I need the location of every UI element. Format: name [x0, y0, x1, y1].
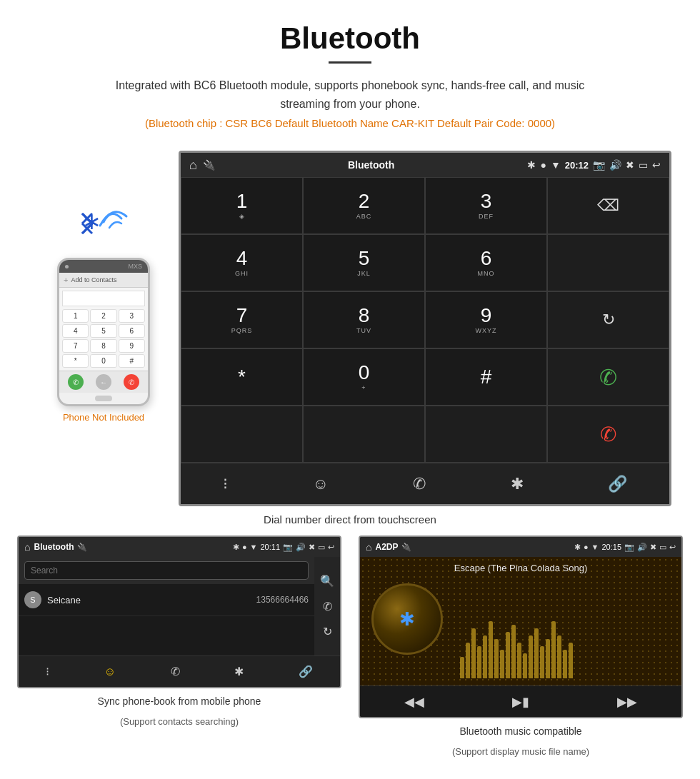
music-controls: ◀◀ ▶▮ ▶▶ — [360, 685, 681, 717]
dp-cell-empty-r5c1 — [181, 406, 303, 463]
pb-back-icon[interactable]: ↩ — [328, 543, 334, 552]
visualizer-bar — [477, 646, 481, 678]
pb-nav-person[interactable]: ☺ — [104, 665, 116, 678]
music-bt-icon: ✱ — [574, 543, 581, 552]
dp-cell-backspace[interactable]: ⌫ — [547, 177, 669, 234]
music-wifi-icon: ▼ — [591, 543, 599, 551]
dp-key-9[interactable]: 9 WXYZ — [425, 291, 547, 348]
music-next-icon[interactable]: ▶▶ — [617, 694, 637, 710]
pb-nav-grid[interactable]: ⁝ — [46, 665, 49, 678]
pb-content-area: S Seicane 13566664466 🔍 ✆ ↻ — [19, 557, 340, 655]
dp-sub-0: + — [361, 384, 366, 391]
cs-status-bar: ⌂ 🔌 Bluetooth ✱ ● ▼ 20:12 📷 🔊 ✖ ▭ ↩ — [181, 153, 669, 177]
chip-info: (Bluetooth chip : CSR BC6 Default Blueto… — [14, 117, 686, 129]
dp-key-7[interactable]: 7 PQRS — [181, 291, 303, 348]
pb-contact-avatar: S — [24, 591, 41, 608]
phone-call-btn[interactable]: ✆ — [68, 374, 84, 390]
phone-end-btn[interactable]: ✆ — [124, 374, 139, 390]
cs-camera-icon[interactable]: 📷 — [593, 159, 605, 171]
dp-cell-empty-r5c3 — [425, 406, 547, 463]
key-8[interactable]: 8 — [90, 339, 116, 353]
music-camera-icon[interactable]: 📷 — [624, 543, 634, 552]
music-play-pause-icon[interactable]: ▶▮ — [512, 694, 529, 710]
pb-contact-row[interactable]: S Seicane 13566664466 — [19, 584, 314, 616]
dp-cell-call-green[interactable]: ✆ — [547, 348, 669, 406]
dp-key-4[interactable]: 4 GHI — [181, 234, 303, 291]
music-prev-icon[interactable]: ◀◀ — [404, 694, 424, 710]
pb-nav-bar: ⁝ ☺ ✆ ✱ 🔗 — [19, 655, 340, 687]
music-volume-icon[interactable]: 🔊 — [637, 543, 647, 552]
dp-cell-reload[interactable]: ↻ — [547, 291, 669, 348]
pb-reload-side-icon[interactable]: ↻ — [323, 625, 332, 638]
nav-phone-icon[interactable]: ✆ — [401, 469, 437, 499]
music-caption-sub: (Support display music file name) — [452, 745, 589, 759]
pb-nav-link[interactable]: 🔗 — [299, 665, 313, 678]
key-3[interactable]: 3 — [119, 309, 145, 323]
pb-camera-icon[interactable]: 📷 — [283, 543, 293, 552]
phonebook-screen: ⌂ Bluetooth 🔌 ✱ ● ▼ 20:11 📷 🔊 ✖ ▭ ↩ — [17, 536, 341, 688]
dp-key-3[interactable]: 3 DEF — [425, 177, 547, 234]
key-0[interactable]: 0 — [90, 354, 116, 368]
pb-location-icon: ● — [242, 543, 247, 551]
cs-home-icon[interactable]: ⌂ — [189, 158, 197, 173]
dp-cell-call-red[interactable]: ✆ — [547, 406, 669, 463]
dp-key-6[interactable]: 6 MNO — [425, 234, 547, 291]
pb-main-content: S Seicane 13566664466 — [19, 557, 340, 655]
pb-volume-icon[interactable]: 🔊 — [296, 543, 306, 552]
pb-home-icon[interactable]: ⌂ — [24, 541, 30, 553]
dp-key-star[interactable]: * — [181, 348, 303, 406]
pb-search-side-icon[interactable]: 🔍 — [320, 574, 334, 588]
key-hash[interactable]: # — [119, 354, 145, 368]
dp-key-2[interactable]: 2 ABC — [303, 177, 425, 234]
key-1[interactable]: 1 — [62, 309, 89, 323]
phone-keypad: 1 2 3 4 5 6 7 8 9 * 0 # — [59, 288, 148, 371]
music-sb-left: ⌂ A2DP 🔌 — [366, 541, 411, 553]
dp-key-5[interactable]: 5 JKL — [303, 234, 425, 291]
nav-person-icon[interactable]: ☺ — [301, 469, 339, 499]
music-album-bt-icon: ✱ — [399, 608, 415, 630]
visualizer-bar — [523, 653, 527, 678]
music-window-icon[interactable]: ▭ — [659, 543, 666, 552]
phone-back-btn[interactable]: ← — [96, 374, 111, 390]
nav-grid-icon[interactable]: ⁝ — [211, 469, 239, 499]
phone-keys: 1 2 3 4 5 6 7 8 9 * 0 # — [62, 309, 145, 368]
music-close-icon[interactable]: ✖ — [650, 543, 656, 552]
music-time: 20:15 — [601, 543, 621, 551]
key-2[interactable]: 2 — [90, 309, 116, 323]
visualizer-bar — [506, 632, 510, 678]
cs-back-icon[interactable]: ↩ — [652, 159, 661, 171]
dp-key-0[interactable]: 0 + — [303, 348, 425, 406]
cs-volume-icon[interactable]: 🔊 — [609, 159, 621, 171]
nav-link-icon[interactable]: 🔗 — [596, 469, 639, 499]
visualizer-bar — [471, 628, 476, 678]
main-screenshot-area: ∗ MXS — [0, 144, 700, 506]
key-9[interactable]: 9 — [119, 339, 145, 353]
key-star[interactable]: * — [62, 354, 89, 368]
cs-close-icon[interactable]: ✖ — [626, 159, 634, 171]
cs-window-icon[interactable]: ▭ — [639, 159, 648, 171]
cs-bt-icon: ✱ — [527, 159, 536, 171]
dp-key-8[interactable]: 8 TUV — [303, 291, 425, 348]
pb-phone-side-icon[interactable]: ✆ — [323, 600, 332, 613]
title-underline — [329, 61, 371, 64]
pb-search-input[interactable] — [24, 561, 309, 580]
pb-nav-bt[interactable]: ✱ — [234, 665, 244, 678]
dp-key-hash[interactable]: # — [425, 348, 547, 406]
pb-nav-phone[interactable]: ✆ — [171, 665, 180, 678]
music-back-icon[interactable]: ↩ — [669, 543, 676, 552]
key-7[interactable]: 7 — [62, 339, 89, 353]
pb-caption-main: Sync phone-book from mobile phone — [98, 694, 261, 709]
call-green-icon: ✆ — [599, 365, 617, 390]
key-4[interactable]: 4 — [62, 324, 89, 338]
phone-home-button[interactable] — [95, 396, 112, 401]
music-home-icon[interactable]: ⌂ — [366, 541, 371, 553]
key-6[interactable]: 6 — [119, 324, 145, 338]
pb-window-icon[interactable]: ▭ — [318, 543, 325, 552]
reload-icon: ↻ — [602, 311, 615, 329]
nav-bluetooth-icon[interactable]: ✱ — [499, 469, 535, 499]
pb-close-icon[interactable]: ✖ — [309, 543, 315, 552]
phone-bottom-row: ✆ ← ✆ — [59, 371, 148, 393]
dp-key-1[interactable]: 1 ◈ — [181, 177, 303, 234]
key-5[interactable]: 5 — [90, 324, 116, 338]
music-visualizer — [454, 578, 681, 685]
